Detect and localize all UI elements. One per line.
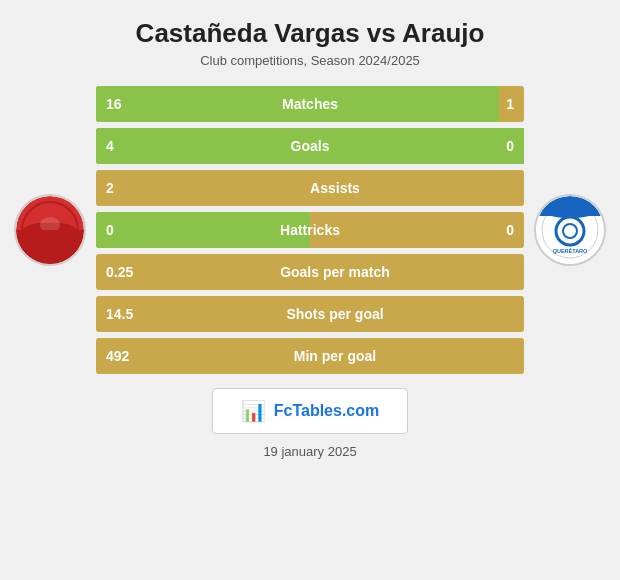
stat-row: 2Assists xyxy=(96,170,524,206)
stat-row: 0Hattricks0 xyxy=(96,212,524,248)
stat-left-value: 4 xyxy=(96,138,146,154)
svg-text:CLUB TIJUANA: CLUB TIJUANA xyxy=(28,234,73,240)
stat-row: 14.5Shots per goal xyxy=(96,296,524,332)
stat-right-value: 1 xyxy=(474,96,524,112)
stat-center-label: Goals per match xyxy=(146,264,524,280)
stat-center-label: Hattricks xyxy=(146,222,474,238)
stat-row: 4Goals0 xyxy=(96,128,524,164)
page-title: Castañeda Vargas vs Araujo xyxy=(136,18,485,49)
right-team-logo: QUERÉTARO xyxy=(530,194,610,266)
fctables-icon: 📊 xyxy=(241,399,266,423)
stats-container: 16Matches14Goals02Assists0Hattricks00.25… xyxy=(96,86,524,374)
stat-row: 16Matches1 xyxy=(96,86,524,122)
stat-row-inner: 14.5Shots per goal xyxy=(96,296,524,332)
left-team-logo: CLUB TIJUANA XOLOITZCUINTLES xyxy=(10,194,90,266)
stat-row-inner: 2Assists xyxy=(96,170,524,206)
stat-row-inner: 492Min per goal xyxy=(96,338,524,374)
stat-row-inner: 0Hattricks0 xyxy=(96,212,524,248)
svg-text:XOLOITZCUINTLES: XOLOITZCUINTLES xyxy=(29,243,71,248)
stat-center-label: Assists xyxy=(146,180,524,196)
subtitle: Club competitions, Season 2024/2025 xyxy=(200,53,420,68)
stat-row-inner: 16Matches1 xyxy=(96,86,524,122)
svg-rect-7 xyxy=(542,202,598,218)
svg-text:QUERÉTARO: QUERÉTARO xyxy=(553,247,588,254)
stat-left-value: 492 xyxy=(96,348,146,364)
stat-left-value: 0.25 xyxy=(96,264,146,280)
stat-left-value: 16 xyxy=(96,96,146,112)
fctables-banner: 📊 FcTables.com xyxy=(212,388,409,434)
main-content: CLUB TIJUANA XOLOITZCUINTLES 16Matches14… xyxy=(10,86,610,374)
stat-right-value: 0 xyxy=(474,222,524,238)
stat-row-inner: 0.25Goals per match xyxy=(96,254,524,290)
stat-right-value: 0 xyxy=(474,138,524,154)
stat-center-label: Goals xyxy=(146,138,474,154)
stat-left-value: 2 xyxy=(96,180,146,196)
stat-row: 0.25Goals per match xyxy=(96,254,524,290)
svg-point-2 xyxy=(40,217,60,233)
stat-row: 492Min per goal xyxy=(96,338,524,374)
stat-center-label: Min per goal xyxy=(146,348,524,364)
stat-left-value: 14.5 xyxy=(96,306,146,322)
date-footer: 19 january 2025 xyxy=(263,444,356,459)
stat-row-inner: 4Goals0 xyxy=(96,128,524,164)
stat-left-value: 0 xyxy=(96,222,146,238)
stat-center-label: Matches xyxy=(146,96,474,112)
stat-center-label: Shots per goal xyxy=(146,306,524,322)
fctables-label: FcTables.com xyxy=(274,402,380,420)
